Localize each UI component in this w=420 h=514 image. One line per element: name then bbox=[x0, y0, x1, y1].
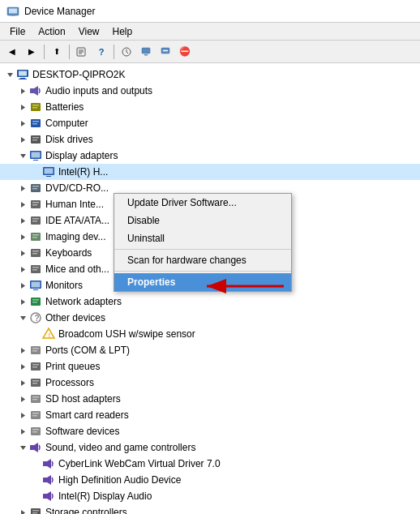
toolbar-uninstall[interactable] bbox=[156, 43, 174, 61]
toolbar-forward[interactable]: ▶ bbox=[23, 43, 41, 61]
expand-btn-ideata[interactable] bbox=[16, 214, 29, 227]
svg-rect-87 bbox=[32, 383, 37, 384]
node-label-broadcom: Broadcom USH w/swipe sensor bbox=[58, 328, 195, 340]
expand-btn-processors[interactable] bbox=[16, 376, 29, 389]
node-icon-miceother bbox=[29, 263, 42, 276]
menu-help[interactable]: Help bbox=[106, 24, 139, 39]
toolbar-sep1 bbox=[44, 45, 45, 59]
expand-btn-dvd[interactable] bbox=[16, 182, 29, 195]
node-icon-ideata bbox=[29, 214, 42, 227]
expand-btn-miceother[interactable] bbox=[16, 263, 29, 276]
menu-action[interactable]: Action bbox=[32, 24, 71, 39]
toolbar-help[interactable]: ? bbox=[92, 43, 110, 61]
svg-marker-39 bbox=[21, 186, 25, 191]
node-icon-monitors bbox=[29, 279, 42, 292]
ctx-item-properties[interactable]: Properties bbox=[114, 273, 291, 291]
expand-btn-monitors[interactable] bbox=[16, 279, 29, 292]
ctx-item-scan[interactable]: Scan for hardware changes bbox=[114, 251, 291, 269]
expand-btn-computer[interactable] bbox=[16, 117, 29, 130]
tree-item-batteries[interactable]: Batteries bbox=[0, 99, 420, 115]
node-icon-displayadapters bbox=[29, 149, 42, 162]
tree-item-cyberlink[interactable]: CyberLink WebCam Virtual Driver 7.0 bbox=[0, 456, 420, 472]
toolbar-scan[interactable] bbox=[118, 43, 135, 61]
expand-btn-diskdrives[interactable] bbox=[16, 133, 29, 146]
expand-btn-otherdevices[interactable] bbox=[16, 311, 29, 324]
expand-btn-smartcard[interactable] bbox=[16, 409, 29, 422]
expand-btn-desktop[interactable] bbox=[3, 68, 16, 81]
svg-rect-101 bbox=[30, 445, 34, 450]
tree-item-hdaudio[interactable]: High Definition Audio Device bbox=[0, 472, 420, 488]
tree-item-sound[interactable]: Sound, video and game controllers bbox=[0, 439, 420, 456]
tree-item-intel[interactable]: Intel(R) H... bbox=[0, 164, 420, 180]
node-icon-processors bbox=[29, 376, 42, 389]
expand-btn-printqueues[interactable] bbox=[16, 360, 29, 373]
ctx-item-disable[interactable]: Disable bbox=[114, 212, 291, 229]
expand-btn-sound[interactable] bbox=[16, 441, 29, 454]
svg-marker-59 bbox=[21, 267, 25, 272]
menu-view[interactable]: View bbox=[72, 24, 106, 39]
tree-item-computer[interactable]: Computer bbox=[0, 115, 420, 131]
toolbar-disable[interactable]: ⛔ bbox=[176, 43, 194, 61]
node-icon-printqueues bbox=[29, 360, 42, 373]
tree-item-diskdrives[interactable]: Disk drives bbox=[0, 131, 420, 148]
tree-item-audio[interactable]: Audio inputs and outputs bbox=[0, 83, 420, 99]
svg-marker-106 bbox=[47, 475, 51, 485]
expand-btn-sdhost[interactable] bbox=[16, 392, 29, 405]
expand-btn-batteries[interactable] bbox=[16, 101, 29, 114]
title-bar-icon bbox=[6, 5, 19, 18]
node-icon-diskdrives bbox=[29, 133, 42, 146]
expand-btn-portscom[interactable] bbox=[16, 344, 29, 357]
tree-item-displayadapters[interactable]: Display adapters bbox=[0, 148, 420, 164]
expand-btn-networkadapters[interactable] bbox=[16, 295, 29, 308]
expand-btn-displayadapters[interactable] bbox=[16, 149, 29, 162]
tree-item-smartcard[interactable]: Smart card readers bbox=[0, 407, 420, 423]
svg-rect-103 bbox=[43, 461, 47, 466]
node-label-processors: Processors bbox=[45, 377, 94, 388]
node-icon-intel bbox=[42, 165, 55, 178]
svg-rect-65 bbox=[32, 282, 41, 288]
svg-marker-28 bbox=[21, 137, 25, 143]
node-icon-broadcom: ! bbox=[42, 328, 55, 341]
svg-rect-22 bbox=[32, 105, 39, 106]
main-content: DESKTOP-QIPRO2KAudio inputs and outputsB… bbox=[0, 63, 420, 514]
expand-btn-storage[interactable] bbox=[16, 506, 29, 514]
tree-item-desktop[interactable]: DESKTOP-QIPRO2K bbox=[0, 66, 420, 83]
toolbar-back[interactable]: ◀ bbox=[3, 43, 21, 61]
svg-marker-51 bbox=[21, 234, 25, 240]
node-label-computer: Computer bbox=[45, 118, 88, 129]
svg-rect-78 bbox=[32, 348, 39, 349]
svg-rect-37 bbox=[45, 169, 54, 174]
node-label-miceother: Mice and oth... bbox=[45, 263, 109, 275]
tree-item-otherdevices[interactable]: ?Other devices bbox=[0, 310, 420, 326]
expand-btn-imagingdev[interactable] bbox=[16, 230, 29, 243]
tree-item-storage[interactable]: Storage controllers bbox=[0, 504, 420, 514]
node-label-cyberlink: CyberLink WebCam Virtual Driver 7.0 bbox=[58, 458, 221, 469]
tree-item-sdhost[interactable]: SD host adapters bbox=[0, 391, 420, 407]
expand-btn-softwaredevices[interactable] bbox=[16, 425, 29, 438]
ctx-item-uninstall[interactable]: Uninstall bbox=[114, 229, 291, 247]
svg-rect-45 bbox=[32, 202, 39, 203]
tree-item-networkadapters[interactable]: Network adapters bbox=[0, 293, 420, 310]
expand-btn-keyboards[interactable] bbox=[16, 246, 29, 259]
tree-item-processors[interactable]: Processors bbox=[0, 375, 420, 391]
expand-btn-audio[interactable] bbox=[16, 84, 29, 97]
svg-rect-53 bbox=[32, 234, 39, 236]
tree-item-printqueues[interactable]: Print queues bbox=[0, 358, 420, 375]
toolbar-up[interactable]: ⬆ bbox=[48, 43, 66, 61]
svg-rect-62 bbox=[32, 269, 37, 271]
svg-rect-49 bbox=[32, 218, 39, 220]
svg-rect-34 bbox=[32, 152, 41, 158]
ctx-sep-sep2 bbox=[114, 271, 291, 272]
ctx-item-update-driver[interactable]: Update Driver Software... bbox=[114, 194, 291, 212]
svg-rect-105 bbox=[43, 478, 47, 482]
toolbar-properties[interactable] bbox=[73, 43, 91, 61]
toolbar-update[interactable] bbox=[137, 43, 155, 61]
expand-btn-humaninterface[interactable] bbox=[16, 198, 29, 211]
tree-item-softwaredevices[interactable]: Software devices bbox=[0, 423, 420, 439]
tree-item-portscom[interactable]: Ports (COM & LPT) bbox=[0, 342, 420, 358]
menu-bar: File Action View Help bbox=[0, 23, 420, 41]
tree-item-inteldisplay[interactable]: Intel(R) Display Audio bbox=[0, 488, 420, 504]
tree-item-broadcom[interactable]: !Broadcom USH w/swipe sensor bbox=[0, 326, 420, 342]
svg-marker-104 bbox=[47, 459, 51, 469]
menu-file[interactable]: File bbox=[3, 24, 32, 39]
